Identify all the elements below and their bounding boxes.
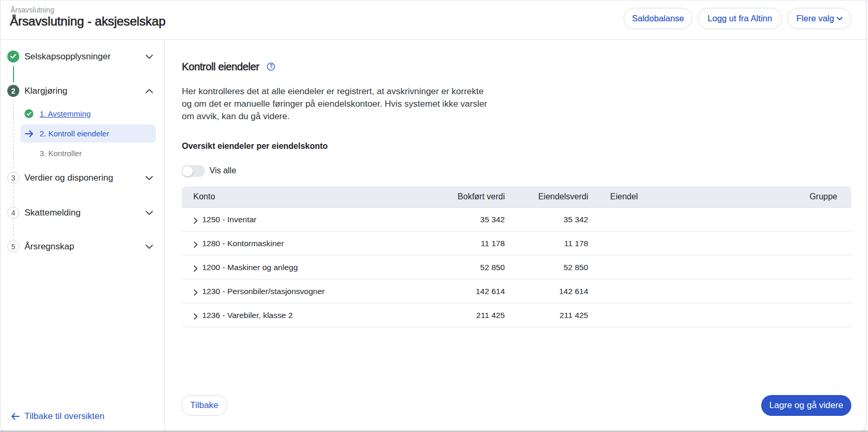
svg-text:?: ? bbox=[269, 63, 273, 69]
